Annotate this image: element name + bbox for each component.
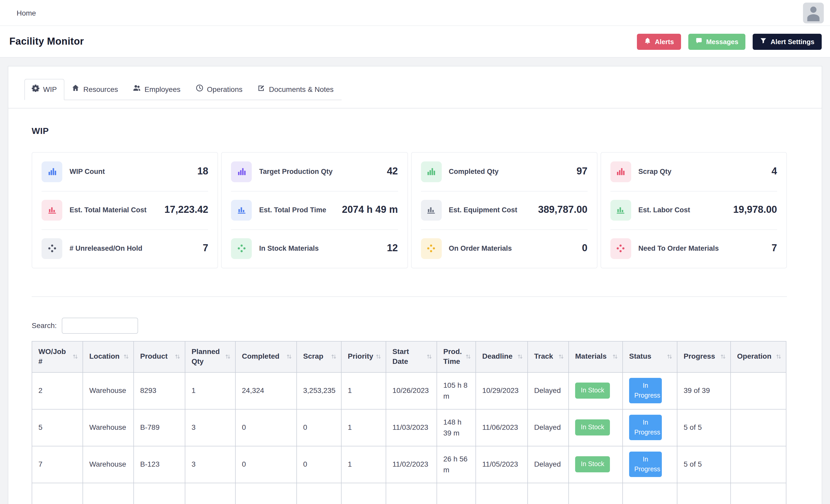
tab-resources-label: Resources (83, 84, 118, 94)
column-header-progress[interactable]: Progress (677, 341, 731, 372)
cell-product: 8293 (134, 372, 185, 409)
column-header-start-date[interactable]: Start Date (386, 341, 437, 372)
table-header-row: WO/Job #LocationProductPlanned QtyComple… (32, 341, 786, 372)
cell-prod-time: 26 h 56 m (437, 446, 476, 483)
kpi-label: Need To Order Materials (638, 244, 764, 254)
kpi-label: Est. Total Material Cost (69, 205, 157, 215)
sort-icon[interactable] (286, 353, 292, 360)
kpi-label: # Unreleased/On Hold (69, 244, 195, 254)
sort-icon[interactable] (517, 353, 523, 360)
table-head: WO/Job #LocationProductPlanned QtyComple… (32, 341, 786, 372)
cell-completed: 0 (235, 446, 297, 483)
kpi-value: 4 (772, 165, 777, 178)
tab-bar: WIP Resources Employees (24, 79, 341, 100)
bars-chart-icon (610, 161, 631, 182)
cell-prod-time: 105 h 8 m (437, 372, 476, 409)
column-label: Product (140, 352, 168, 362)
filter-icon (760, 37, 767, 46)
cell-deadline: 10/29/2023 (476, 372, 528, 409)
sort-icon[interactable] (174, 353, 181, 360)
kpi-need-to-order-materials: Need To Order Materials7 (601, 229, 787, 267)
column-label: Location (89, 352, 120, 362)
bars-chart-icon (41, 161, 62, 182)
sort-icon[interactable] (667, 353, 673, 360)
column-header-planned-qty[interactable]: Planned Qty (185, 341, 235, 372)
column-label: Scrap (303, 352, 323, 362)
materials-badge: In Stock (575, 382, 610, 399)
tab-resources[interactable]: Resources (65, 79, 126, 100)
cell-scrap: 3,253,235 (297, 372, 341, 409)
sort-icon[interactable] (426, 353, 433, 360)
column-header-deadline[interactable]: Deadline (476, 341, 528, 372)
cell-wo-job (32, 483, 83, 504)
column-label: Progress (683, 352, 715, 362)
sort-icon[interactable] (123, 353, 129, 360)
cell-operation (731, 483, 786, 504)
cell-deadline: 11/06/2023 (476, 409, 528, 446)
kpi-est-total-material-cost: Est. Total Material Cost17,223.42 (32, 191, 218, 229)
cell-completed: 24,324 (235, 372, 297, 409)
sort-icon[interactable] (72, 353, 78, 360)
sort-icon[interactable] (612, 353, 618, 360)
column-header-operation[interactable]: Operation (731, 341, 786, 372)
column-header-product[interactable]: Product (134, 341, 185, 372)
sort-icon[interactable] (225, 353, 231, 360)
cell-location: Warehouse (83, 409, 134, 446)
messages-button[interactable]: Messages (689, 33, 746, 50)
kpi-completed-qty: Completed Qty97 (411, 152, 597, 191)
chart-chart-icon (41, 199, 62, 220)
tab-employees[interactable]: Employees (126, 79, 188, 100)
kpi-est-labor-cost: Est. Labor Cost19,978.00 (601, 191, 787, 229)
tab-operations-label: Operations (207, 84, 243, 94)
page-gap (0, 58, 830, 66)
table-row: 2Warehouse8293124,3243,253,235110/26/202… (32, 372, 786, 409)
bars-chart-icon (421, 161, 442, 182)
materials-badge: In Stock (575, 456, 610, 472)
column-header-status[interactable]: Status (622, 341, 677, 372)
cell-operation (731, 409, 786, 446)
cell-product: B-789 (134, 409, 185, 446)
card-header: WIP Resources Employees (8, 66, 822, 108)
alert-settings-button[interactable]: Alert Settings (753, 33, 822, 50)
column-header-wo-job[interactable]: WO/Job # (32, 341, 83, 372)
section-divider (32, 296, 787, 296)
bell-icon (644, 37, 651, 46)
column-header-scrap[interactable]: Scrap (297, 341, 341, 372)
kpi-label: In Stock Materials (259, 244, 380, 254)
cell-product: B-123 (134, 446, 185, 483)
tab-operations[interactable]: Operations (188, 79, 250, 100)
column-header-materials[interactable]: Materials (569, 341, 622, 372)
user-avatar[interactable] (803, 2, 824, 23)
kpi-label: Target Production Qty (259, 167, 380, 177)
topbar: Home (0, 0, 830, 26)
sort-icon[interactable] (558, 353, 564, 360)
kpi-label: Scrap Qty (638, 167, 764, 177)
breadcrumb-home-link[interactable]: Home (17, 8, 36, 17)
column-header-priority[interactable]: Priority (341, 341, 386, 372)
column-header-completed[interactable]: Completed (235, 341, 297, 372)
column-header-location[interactable]: Location (83, 341, 134, 372)
kpi-label: Est. Total Prod Time (259, 205, 335, 215)
kpi-label: Completed Qty (449, 167, 569, 177)
search-input[interactable] (62, 317, 138, 334)
chart-chart-icon (421, 199, 442, 220)
cell-wo-job: 7 (32, 446, 83, 483)
kpi-on-order-materials: On Order Materials0 (411, 229, 597, 267)
tab-wip[interactable]: WIP (24, 79, 65, 100)
cell-priority (341, 483, 386, 504)
sort-icon[interactable] (720, 353, 726, 360)
sort-icon[interactable] (331, 353, 337, 360)
sort-icon[interactable] (775, 353, 782, 360)
cell-start-date: 10/26/2023 (386, 372, 437, 409)
cell-wo-job: 2 (32, 372, 83, 409)
cell-materials: In Stock (569, 446, 622, 483)
column-header-track[interactable]: Track (528, 341, 569, 372)
kpi-wip-count: WIP Count18 (32, 152, 218, 191)
alerts-button[interactable]: Alerts (637, 33, 681, 50)
sort-icon[interactable] (375, 353, 382, 360)
column-label: Planned Qty (192, 346, 223, 367)
cell-progress: 5 of 5 (677, 446, 731, 483)
column-header-prod-time[interactable]: Prod. Time (437, 341, 476, 372)
tab-documents-notes[interactable]: Documents & Notes (250, 79, 341, 100)
sort-icon[interactable] (465, 353, 471, 360)
